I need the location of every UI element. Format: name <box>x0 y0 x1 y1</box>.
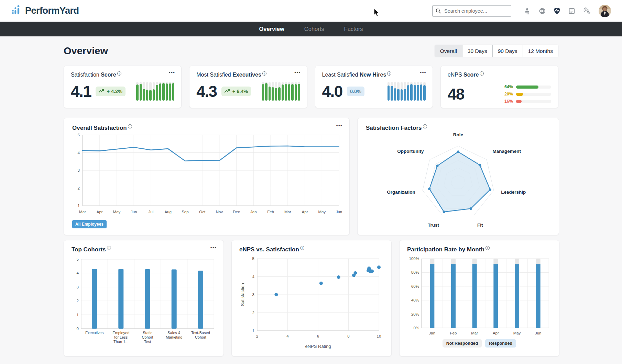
search-input[interactable] <box>432 5 511 17</box>
heart-pulse-icon[interactable] <box>553 7 561 15</box>
info-icon[interactable] <box>128 124 132 128</box>
kpi-card-2: Least Satisfied New Hires•••4.00.0% <box>315 66 433 108</box>
filter-12-months[interactable]: 12 Months <box>523 45 558 57</box>
card-title: Satisfaction Factors <box>366 124 550 132</box>
spark-fill <box>278 87 281 101</box>
svg-text:4: 4 <box>286 334 289 338</box>
svg-text:Mar: Mar <box>471 331 478 335</box>
all-employees-chip[interactable]: All Employees <box>72 220 107 228</box>
filter-30-days[interactable]: 30 Days <box>462 45 493 57</box>
kpi-value: 4.3 <box>196 83 217 99</box>
svg-text:5: 5 <box>77 257 79 261</box>
spark-fill <box>275 88 277 101</box>
legend-pill-not-responded[interactable]: Not Responded <box>443 339 482 348</box>
tab-overview[interactable]: Overview <box>259 26 284 32</box>
settings-gears-icon[interactable] <box>582 7 591 15</box>
spark-bar <box>407 82 410 101</box>
spark-bar <box>397 82 400 101</box>
svg-text:5: 5 <box>252 257 254 261</box>
more-options-icon[interactable]: ••• <box>294 70 301 75</box>
spark-fill <box>291 84 294 101</box>
filter-overall[interactable]: Overall <box>435 45 462 57</box>
spark-bar <box>278 82 281 101</box>
employee-icon[interactable] <box>523 7 532 15</box>
more-options-icon[interactable]: ••• <box>336 123 342 128</box>
page-title: Overview <box>64 45 108 57</box>
spark-fill <box>417 85 419 101</box>
spark-bar <box>414 82 416 101</box>
svg-text:for Less: for Less <box>114 335 128 339</box>
survey-list-icon[interactable] <box>568 7 576 15</box>
breakdown-track <box>516 93 551 96</box>
spark-fill <box>149 90 152 101</box>
spark-fill <box>269 87 271 101</box>
spark-bar <box>275 82 277 101</box>
spark-fill <box>420 84 423 101</box>
svg-text:Jan: Jan <box>429 331 436 335</box>
spark-fill <box>140 84 142 101</box>
performyard-logo[interactable]: PerformYard <box>11 4 79 18</box>
spark-fill <box>423 85 426 101</box>
spark-bar <box>143 82 145 101</box>
spark-bar <box>423 82 426 101</box>
kpi-trend-badge: + 4.2% <box>96 87 126 96</box>
topbar: PerformYard <box>0 0 622 22</box>
spark-fill <box>414 85 416 101</box>
kpi-title-bold: Executives <box>232 72 261 78</box>
tab-cohorts[interactable]: Cohorts <box>304 26 324 32</box>
filter-90-days[interactable]: 90 Days <box>492 45 523 57</box>
spark-fill <box>265 83 268 101</box>
spark-bar <box>166 82 168 101</box>
info-icon[interactable] <box>485 246 490 250</box>
svg-text:Jun: Jun <box>535 331 542 335</box>
legend-pill-responded[interactable]: Responded <box>485 339 516 348</box>
enps-breakdown: 64%20%16% <box>501 82 551 106</box>
time-filter-group: Overall 30 Days 90 Days 12 Months <box>435 45 558 57</box>
tab-factors[interactable]: Factors <box>344 26 363 32</box>
spark-bar <box>136 82 139 101</box>
info-icon[interactable] <box>423 124 427 128</box>
svg-text:Jun: Jun <box>131 210 137 214</box>
more-options-icon[interactable]: ••• <box>169 70 175 75</box>
info-icon[interactable] <box>480 71 484 76</box>
svg-text:10: 10 <box>377 334 381 338</box>
spark-fill <box>162 83 165 101</box>
spark-fill <box>295 84 297 101</box>
card-title: Top Cohorts <box>72 246 216 253</box>
top-cohorts-card: Top Cohorts ••• 012345ExecutivesEmployed… <box>64 240 224 356</box>
info-icon[interactable] <box>387 71 391 76</box>
spark-fill <box>166 83 168 101</box>
kpi-title-prefix: Satisfaction <box>71 72 101 78</box>
sparkline <box>388 82 426 101</box>
globe-icon[interactable] <box>538 7 546 15</box>
svg-text:Jan: Jan <box>250 210 257 214</box>
breakdown-percent-label: 64% <box>501 84 513 89</box>
svg-text:Mar: Mar <box>79 210 86 214</box>
main-content: Overview Overall 30 Days 90 Days 12 Mont… <box>0 36 622 356</box>
svg-text:Test: Test <box>144 340 151 344</box>
info-icon[interactable] <box>117 71 121 76</box>
info-icon[interactable] <box>107 246 111 250</box>
kpi-value: 4.1 <box>71 83 91 99</box>
breakdown-percent-label: 16% <box>501 99 513 104</box>
info-icon[interactable] <box>300 246 304 250</box>
spark-bar <box>162 82 165 101</box>
breakdown-fill <box>516 86 538 89</box>
svg-text:2: 2 <box>256 334 258 338</box>
spark-fill <box>272 87 274 101</box>
participation-rate-card: Participation Rate by Month 0%20%40%60%8… <box>399 240 559 356</box>
spark-bar <box>410 82 413 101</box>
kpi-card-1: Most Satisfied Executives•••4.3+ 6.4% <box>189 66 307 108</box>
satisfaction-factors-chart: RoleManagementLeadershipFitTrustOrganiza… <box>366 132 550 232</box>
info-icon[interactable] <box>262 71 266 76</box>
spark-bar <box>272 82 274 101</box>
more-options-icon[interactable]: ••• <box>210 245 217 250</box>
spark-fill <box>388 86 390 101</box>
svg-text:Sep: Sep <box>182 210 188 214</box>
svg-text:Jul: Jul <box>149 210 154 214</box>
svg-text:Opportunity: Opportunity <box>397 149 424 154</box>
spark-fill <box>146 90 149 101</box>
avatar[interactable] <box>599 5 611 17</box>
more-options-icon[interactable]: ••• <box>420 70 426 75</box>
spark-fill <box>288 84 291 101</box>
